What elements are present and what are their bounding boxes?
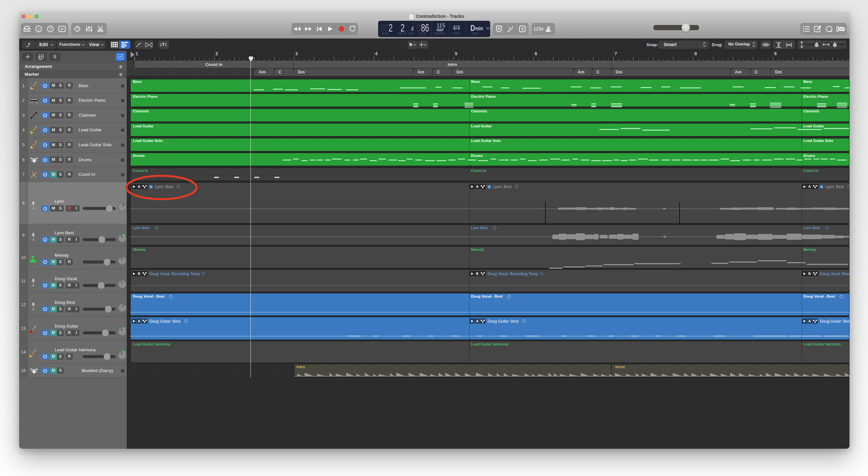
svg-text:i: i [38,27,39,31]
svg-text:S: S [521,27,524,31]
svg-text:?: ? [49,27,51,31]
